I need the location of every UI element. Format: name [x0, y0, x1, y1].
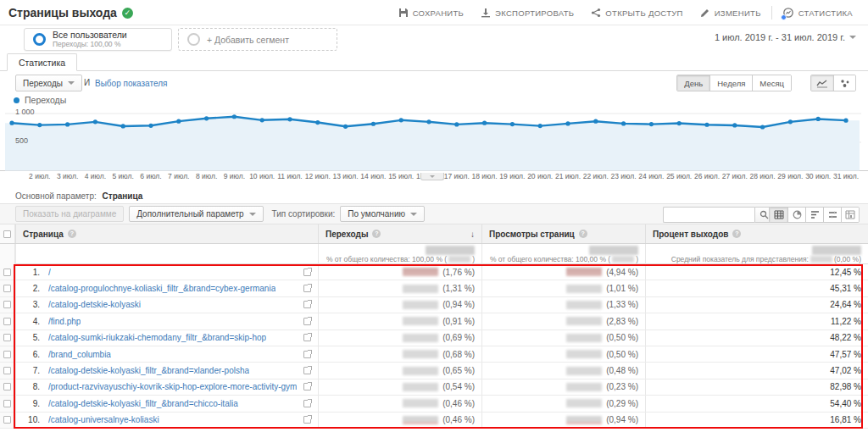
line-chart-toggle-button[interactable]	[811, 75, 833, 91]
save-button[interactable]: СОХРАНИТЬ	[390, 0, 472, 25]
redacted-pageviews-value	[566, 367, 602, 375]
sort-type-dropdown[interactable]: По умолчанию	[340, 206, 425, 222]
table-row[interactable]: 6. /brand_columbia (0,68 %) (0,50 %) 47,…	[0, 346, 868, 363]
table-row[interactable]: 2. /catalog-progulochnye-koliaski_filtr_…	[0, 280, 868, 296]
row-checkbox[interactable]	[3, 301, 11, 308]
row-checkbox[interactable]	[3, 269, 11, 276]
timeseries-chart[interactable]: 1 000 500	[0, 105, 868, 171]
table-row[interactable]: 9. /catalog-detskie-kolyaski_filtr_&bran…	[0, 396, 868, 412]
redacted-pageviews-value	[566, 334, 602, 342]
row-rank: 9.	[23, 399, 40, 408]
open-in-new-icon[interactable]	[303, 269, 311, 276]
table-search	[663, 207, 773, 223]
help-icon[interactable]: ?	[372, 230, 381, 238]
chart-collapse-handle[interactable]	[420, 173, 444, 180]
plot-rows-button[interactable]: Показать на диаграмме	[15, 206, 124, 222]
page-title: Страницы выхода	[8, 6, 117, 19]
open-in-new-icon[interactable]	[303, 383, 311, 390]
granularity-day-button[interactable]: День	[677, 75, 709, 91]
row-checkbox[interactable]	[3, 351, 11, 358]
column-header-page[interactable]: Страница?	[15, 224, 318, 243]
table-row[interactable]: 5. /catalog-sumki-riukzaki-chemodany_fil…	[0, 330, 868, 346]
row-checkbox[interactable]	[3, 383, 11, 390]
page-link[interactable]: /catalog-detskie-kolyaski_filtr_&brand=c…	[48, 399, 238, 408]
secondary-dimension-dropdown[interactable]: Дополнительный параметр	[129, 206, 263, 222]
row-checkbox[interactable]	[3, 367, 11, 374]
open-in-new-icon[interactable]	[303, 334, 311, 341]
open-in-new-icon[interactable]	[303, 351, 311, 358]
segment-detail: Переходы: 100,00 %	[53, 40, 127, 48]
view-comparison-button[interactable]	[823, 208, 841, 222]
view-pivot-button[interactable]	[841, 208, 859, 222]
column-header-transitions[interactable]: Переходы?↓	[318, 224, 481, 243]
exit-rate-cell: 24,64 %	[645, 297, 868, 313]
row-checkbox[interactable]	[3, 318, 11, 325]
row-checkbox[interactable]	[3, 416, 11, 424]
open-in-new-icon[interactable]	[303, 285, 311, 292]
exit-rate-cell: 11,22 %	[645, 313, 868, 329]
tab-explorer[interactable]: Статистика	[7, 53, 77, 71]
table-view-icon	[774, 210, 784, 219]
share-button[interactable]: ОТКРЫТЬ ДОСТУП	[582, 0, 691, 25]
page-link[interactable]: /catalog-universalnye-koliaski	[48, 415, 159, 424]
select-metric-link[interactable]: Выбор показателя	[95, 79, 167, 88]
search-icon	[760, 210, 769, 219]
help-icon[interactable]: ?	[579, 230, 587, 238]
granularity-week-button[interactable]: Неделя	[709, 75, 752, 91]
redacted-transitions-value	[403, 383, 438, 391]
tab-row: Статистика	[0, 53, 868, 71]
page-link[interactable]: /catalog-detskie-kolyaski_filtr_&brand=x…	[48, 366, 249, 375]
primary-dimension-page[interactable]: Страница	[103, 191, 143, 201]
open-in-new-icon[interactable]	[303, 400, 311, 407]
open-in-new-icon[interactable]	[303, 318, 311, 325]
page-link[interactable]: /find.php	[48, 317, 81, 326]
page-link[interactable]: /catalog-sumki-riukzaki-chemodany_filtr_…	[48, 333, 266, 342]
table-row[interactable]: 3. /catalog-detskie-kolyaski (0,94 %) (1…	[0, 297, 868, 313]
series-label: Переходы	[25, 95, 66, 105]
summary-transitions-label: % от общего количества: 100,00 % ()	[326, 255, 475, 263]
comparison-view-icon	[828, 210, 837, 219]
segment-ring-icon	[33, 33, 46, 46]
export-button[interactable]: ЭКСПОРТИРОВАТЬ	[472, 0, 582, 25]
save-icon	[398, 8, 409, 18]
insights-button[interactable]: СТАТИСТИКА	[774, 0, 861, 25]
open-in-new-icon[interactable]	[303, 367, 311, 374]
column-header-pageviews[interactable]: Просмотры страниц?	[481, 224, 645, 243]
help-icon[interactable]: ?	[732, 230, 741, 238]
search-input[interactable]	[663, 207, 754, 223]
page-link[interactable]: /product-razvivayuschiy-kovrik-skip-hop-…	[48, 382, 297, 391]
edit-button[interactable]: ИЗМЕНИТЬ	[692, 0, 770, 25]
page-link[interactable]: /brand_columbia	[48, 350, 111, 359]
actions-divider	[771, 6, 772, 19]
exit-rate-cell: 47,02 %	[645, 363, 868, 378]
page-link[interactable]: /	[48, 268, 51, 277]
table-row[interactable]: 7. /catalog-detskie-kolyaski_filtr_&bran…	[0, 363, 868, 379]
help-icon[interactable]: ?	[68, 230, 76, 238]
table-row[interactable]: 1. / (1,76 %) (4,94 %) 12,45 %	[0, 264, 868, 280]
view-table-button[interactable]	[770, 208, 787, 222]
redacted-transitions-value	[403, 317, 438, 325]
table-row[interactable]: 10. /catalog-universalnye-koliaski (0,46…	[0, 413, 868, 429]
segment-all-users[interactable]: Все пользователи Переходы: 100,00 %	[24, 28, 172, 51]
page-link[interactable]: /catalog-detskie-kolyaski	[48, 300, 141, 309]
table-row[interactable]: 8. /product-razvivayuschiy-kovrik-skip-h…	[0, 379, 868, 396]
add-segment-button[interactable]: + Добавить сегмент	[178, 28, 337, 51]
row-checkbox[interactable]	[3, 334, 11, 341]
redacted-pageviews-value	[566, 285, 602, 293]
select-all-checkbox[interactable]	[3, 230, 11, 238]
view-percentage-button[interactable]	[787, 208, 805, 222]
column-header-exit-rate[interactable]: Процент выходов?	[645, 224, 868, 243]
date-range-selector[interactable]: 1 июл. 2019 г. - 31 июл. 2019 г.	[715, 32, 856, 42]
view-performance-button[interactable]	[805, 208, 823, 222]
table-row[interactable]: 4. /find.php (0,91 %) (2,83 %) 11,22 %	[0, 313, 868, 330]
motion-chart-toggle-button[interactable]	[833, 75, 855, 91]
row-checkbox[interactable]	[3, 400, 11, 407]
verified-check-icon: ✓	[122, 8, 133, 19]
granularity-month-button[interactable]: Месяц	[752, 75, 791, 91]
page-link[interactable]: /catalog-progulochnye-koliaski_filtr_&br…	[48, 284, 275, 293]
metric-dropdown[interactable]: Переходы	[15, 75, 82, 91]
open-in-new-icon[interactable]	[303, 301, 311, 308]
open-in-new-icon[interactable]	[303, 416, 311, 424]
redacted-transitions-value	[403, 301, 438, 309]
row-checkbox[interactable]	[3, 285, 11, 292]
